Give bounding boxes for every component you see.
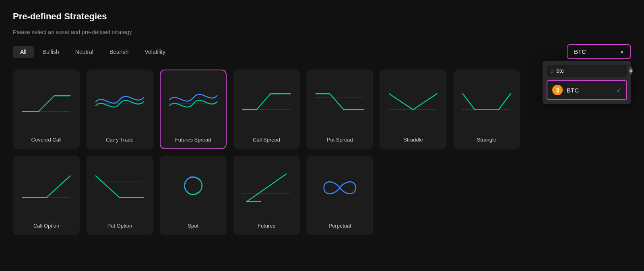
card-futures[interactable]: Futures <box>233 156 300 235</box>
subtitle: Please select an asset and pre-defined s… <box>13 29 631 35</box>
call-spread-label: Call Spread <box>234 133 299 148</box>
check-icon: ✓ <box>616 86 621 94</box>
futures-spread-label: Futures Spread <box>161 133 226 148</box>
call-option-label: Call Option <box>14 219 79 234</box>
strangle-chart <box>454 70 519 133</box>
card-straddle[interactable]: Straddle <box>380 70 446 149</box>
filter-tabs: All Bullish Neutral Bearish Volatility <box>13 46 173 58</box>
card-strangle[interactable]: Strangle <box>453 70 520 149</box>
card-spot[interactable]: Spot <box>160 156 227 235</box>
perpetual-chart <box>307 156 372 219</box>
straddle-chart <box>380 70 446 133</box>
card-put-spread[interactable]: Put Spread <box>306 70 373 149</box>
tab-neutral[interactable]: Neutral <box>68 46 101 58</box>
carry-trade-chart <box>87 70 152 133</box>
tab-bullish[interactable]: Bullish <box>35 46 66 58</box>
covered-call-chart <box>14 70 79 133</box>
asset-dropdown: ⌕ ✕ ₿ BTC ✓ <box>543 61 631 104</box>
card-put-option[interactable]: Put Option <box>86 156 153 235</box>
perpetual-label: Perpetual <box>307 219 372 234</box>
tab-volatility[interactable]: Volatility <box>137 46 172 58</box>
chevron-up-icon: ∧ <box>620 49 624 55</box>
futures-chart <box>234 156 299 219</box>
page-container: Pre-defined Strategies Please select an … <box>0 0 644 246</box>
futures-label: Futures <box>234 219 299 234</box>
asset-button[interactable]: BTC ∧ <box>567 44 631 59</box>
card-futures-spread[interactable]: Futures Spread <box>160 70 227 149</box>
asset-selector: BTC ∧ ⌕ ✕ ₿ BTC ✓ <box>567 44 631 59</box>
card-call-option[interactable]: Call Option <box>13 156 80 235</box>
call-option-chart <box>14 156 79 219</box>
straddle-label: Straddle <box>380 133 446 148</box>
tab-all[interactable]: All <box>13 46 34 58</box>
tab-bearish[interactable]: Bearish <box>102 46 136 58</box>
asset-label: BTC <box>574 48 586 55</box>
search-box: ⌕ ✕ <box>547 65 627 77</box>
call-spread-chart <box>234 70 299 133</box>
spot-label: Spot <box>161 219 226 234</box>
btc-label: BTC <box>567 87 612 94</box>
futures-spread-chart <box>161 70 226 133</box>
put-spread-label: Put Spread <box>307 133 372 148</box>
strangle-label: Strangle <box>454 133 519 148</box>
card-perpetual[interactable]: Perpetual <box>306 156 373 235</box>
btc-icon: ₿ <box>552 85 563 95</box>
card-carry-trade[interactable]: Carry Trade <box>86 70 153 149</box>
put-option-chart <box>87 156 152 219</box>
clear-button[interactable]: ✕ <box>629 67 633 74</box>
svg-line-17 <box>247 174 287 201</box>
card-covered-call[interactable]: Covered Call <box>13 70 80 149</box>
search-input[interactable] <box>556 68 627 74</box>
strategy-grid: Covered Call Carry Trade F <box>13 70 520 235</box>
carry-trade-label: Carry Trade <box>87 133 152 148</box>
spot-chart <box>161 156 226 219</box>
covered-call-label: Covered Call <box>14 133 79 148</box>
filter-bar: All Bullish Neutral Bearish Volatility B… <box>13 44 631 59</box>
page-title: Pre-defined Strategies <box>13 11 631 22</box>
put-option-label: Put Option <box>87 219 152 234</box>
put-spread-chart <box>307 70 372 133</box>
dropdown-item-btc[interactable]: ₿ BTC ✓ <box>547 80 627 100</box>
search-icon: ⌕ <box>551 68 554 74</box>
card-call-spread[interactable]: Call Spread <box>233 70 300 149</box>
